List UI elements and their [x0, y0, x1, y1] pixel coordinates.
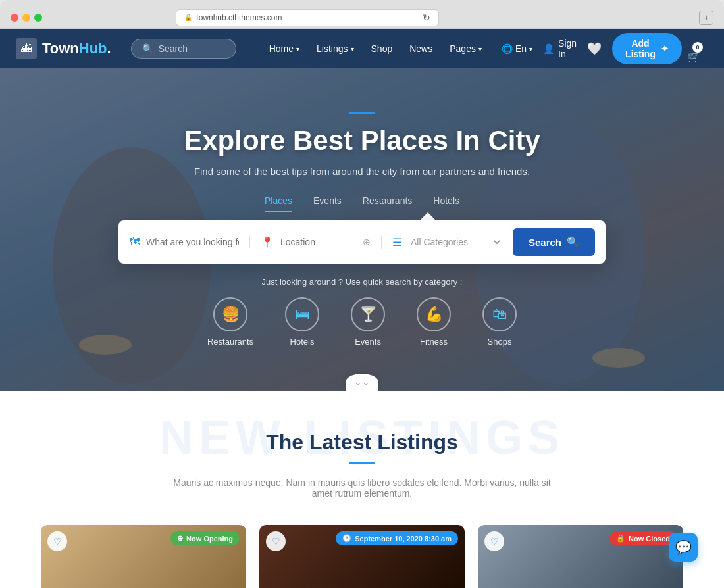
listing-cards: ♡ ⊕ Now Opening ♡ 🕐 September 10, 2020 8… — [26, 525, 698, 588]
chat-button[interactable]: 💬 — [669, 533, 698, 562]
tab-hotels[interactable]: Hotels — [433, 195, 459, 212]
badge-date: 🕐 September 10, 2020 8:30 am — [336, 531, 458, 545]
address-text: townhub.cththemes.com — [196, 13, 282, 22]
chat-icon: 💬 — [675, 539, 692, 555]
restaurant-icon: 🍔 — [213, 297, 247, 331]
tab-pointer-wrapper — [26, 212, 698, 220]
sign-in-button[interactable]: 👤 Sign In — [543, 38, 577, 59]
search-location-input[interactable] — [280, 237, 356, 247]
cart-badge: 0 — [692, 42, 703, 53]
quick-cat-events-label: Events — [355, 337, 381, 347]
nav-home[interactable]: Home ▾ — [263, 41, 306, 57]
nav-pages[interactable]: Pages ▾ — [443, 41, 488, 57]
nav-links: Home ▾ Listings ▾ Shop News Pages ▾ — [263, 41, 488, 57]
hero-content: Explore Best Places In City Find some of… — [0, 112, 724, 264]
listings-section: NEW LISTINGS The Latest Listings Mauris … — [0, 391, 724, 588]
logo[interactable]: 🏙 TownHub. — [16, 38, 111, 59]
section-title: The Latest Listings — [26, 430, 698, 454]
language-selector[interactable]: 🌐 En ▾ — [502, 43, 532, 54]
add-listing-button[interactable]: Add Listing ✦ — [612, 33, 682, 64]
browser-traffic-lights — [11, 14, 42, 22]
search-icon: 🗺 — [129, 236, 140, 248]
user-icon: 👤 — [543, 43, 554, 54]
nav-listings[interactable]: Listings ▾ — [310, 41, 360, 57]
plus-icon: ✦ — [661, 43, 669, 54]
wishlist-button-card3[interactable]: ♡ — [484, 531, 504, 551]
search-tabs: Places Events Restaurants Hotels — [26, 195, 698, 212]
quick-search-section: Just looking around ? Use quick search b… — [207, 277, 517, 347]
wishlist-button-card1[interactable]: ♡ — [47, 531, 67, 551]
heart-icon: 🤍 — [587, 42, 602, 55]
listing-card-1[interactable]: ♡ ⊕ Now Opening — [41, 525, 246, 588]
category-select[interactable]: All Categories Restaurants Hotels Events… — [408, 236, 502, 248]
search-what-input[interactable] — [146, 237, 239, 247]
browser-chrome: 🔒 townhub.cththemes.com ↻ + — [0, 0, 724, 29]
quick-cat-hotels-label: Hotels — [290, 337, 315, 347]
navbar: 🏙 TownHub. 🔍 Search Home ▾ Listings ▾ Sh… — [0, 29, 724, 68]
clock-icon: ⊕ — [177, 534, 183, 543]
quick-cat-hotels[interactable]: 🛏 Hotels — [285, 297, 319, 347]
hero-subtitle: Find some of the best tips from around t… — [26, 166, 698, 177]
target-icon: ⊕ — [363, 237, 371, 247]
globe-icon: 🌐 — [502, 43, 513, 54]
badge-now-opening: ⊕ Now Opening — [170, 531, 240, 545]
logo-icon: 🏙 — [16, 38, 37, 59]
quick-search-label: Just looking around ? Use quick search b… — [207, 277, 517, 287]
hero-title: Explore Best Places In City — [26, 125, 698, 157]
lock-icon: 🔒 — [616, 534, 625, 543]
nav-right: 🌐 En ▾ 👤 Sign In 🤍 Add Listing ✦ — [502, 33, 682, 64]
hotel-icon: 🛏 — [285, 297, 319, 331]
search-icon: 🔍 — [142, 43, 153, 54]
close-dot[interactable] — [11, 14, 18, 22]
listing-card-3[interactable]: ♡ 🔒 Now Closed — [478, 525, 683, 588]
list-icon: ☰ — [392, 236, 401, 249]
nav-news[interactable]: News — [403, 41, 439, 57]
chevron-down-icon: ⌄⌄ — [354, 377, 370, 387]
section-description: Mauris ac maximus neque. Nam in mauris q… — [165, 478, 559, 499]
site-wrapper: 🏙 TownHub. 🔍 Search Home ▾ Listings ▾ Sh… — [0, 29, 724, 588]
quick-cat-shops-label: Shops — [488, 337, 512, 347]
wishlist-button[interactable]: 🤍 — [587, 41, 602, 56]
address-bar[interactable]: 🔒 townhub.cththemes.com ↻ — [176, 9, 439, 26]
tab-pointer — [420, 212, 436, 220]
nav-search-text: Search — [159, 43, 188, 54]
events-icon: 🍸 — [351, 297, 385, 331]
search-box: 🗺 📍 ⊕ ☰ All Categories Restaurants Ho — [118, 220, 606, 264]
calendar-icon: 🕐 — [342, 534, 351, 543]
minimize-dot[interactable] — [22, 14, 30, 22]
quick-cat-shops[interactable]: 🛍 Shops — [482, 297, 517, 347]
location-icon: 📍 — [261, 236, 274, 249]
listing-card-2[interactable]: ♡ 🕐 September 10, 2020 8:30 am — [259, 525, 465, 588]
nav-shop[interactable]: Shop — [365, 41, 400, 57]
refresh-icon[interactable]: ↻ — [423, 12, 430, 23]
chevron-down-icon: ▾ — [296, 45, 299, 53]
nav-search-bar[interactable]: 🔍 Search — [131, 39, 236, 59]
search-button[interactable]: Search 🔍 — [513, 228, 595, 256]
scroll-indicator[interactable]: ⌄⌄ — [346, 374, 378, 391]
quick-cat-restaurants-label: Restaurants — [207, 337, 253, 347]
maximize-dot[interactable] — [34, 14, 42, 22]
cart-icon[interactable]: 🛒 0 — [687, 45, 700, 68]
search-btn-label: Search — [529, 237, 561, 248]
search-what-field: 🗺 — [129, 236, 250, 248]
hero-accent-line — [349, 112, 375, 114]
badge-now-closed: 🔒 Now Closed — [609, 531, 677, 545]
shops-icon: 🛍 — [482, 297, 517, 331]
new-tab-button[interactable]: + — [699, 11, 713, 25]
quick-categories: 🍔 Restaurants 🛏 Hotels 🍸 Events 💪 Fitnes… — [207, 297, 517, 347]
quick-cat-fitness-label: Fitness — [420, 337, 448, 347]
wishlist-button-card2[interactable]: ♡ — [266, 531, 286, 551]
logo-text: TownHub. — [42, 40, 111, 57]
section-divider — [349, 462, 375, 464]
quick-cat-fitness[interactable]: 💪 Fitness — [417, 297, 451, 347]
tab-events[interactable]: Events — [313, 195, 342, 212]
scroll-down-button[interactable]: ⌄⌄ — [346, 374, 378, 391]
tab-restaurants[interactable]: Restaurants — [363, 195, 412, 212]
quick-cat-events[interactable]: 🍸 Events — [351, 297, 385, 347]
search-category-field: ☰ All Categories Restaurants Hotels Even… — [382, 236, 513, 249]
quick-cat-restaurants[interactable]: 🍔 Restaurants — [207, 297, 253, 347]
hero-section: Explore Best Places In City Find some of… — [0, 68, 724, 391]
lock-icon: 🔒 — [184, 14, 192, 21]
tab-places[interactable]: Places — [265, 195, 292, 212]
chevron-down-icon: ▾ — [478, 45, 482, 53]
